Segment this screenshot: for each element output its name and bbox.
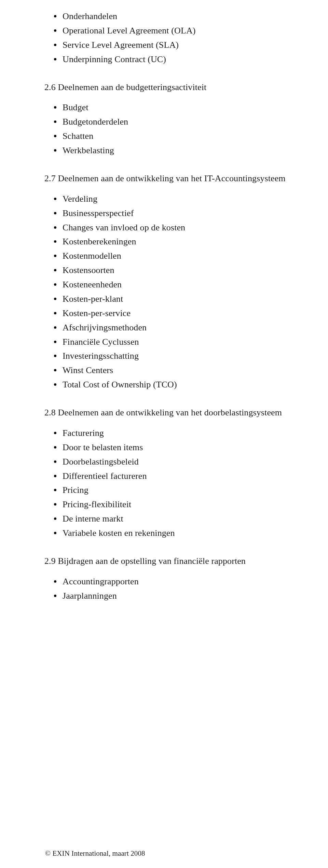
section: 2.6 Deelnemen aan de budgetteringsactivi… (44, 81, 297, 157)
bullet-icon (54, 383, 56, 386)
list-item-text: Businessperspectief (63, 207, 134, 219)
list-item-text: Verdeling (63, 193, 97, 205)
lead-bullet-list: OnderhandelenOperational Level Agreement… (44, 10, 297, 66)
lead_items-row: Onderhandelen (54, 10, 297, 23)
sections-container: 2.6 Deelnemen aan de budgetteringsactivi… (44, 81, 297, 602)
lead_items-row: Service Level Agreement (SLA) (54, 39, 297, 51)
bullet-icon (54, 503, 56, 506)
document-page: OnderhandelenOperational Level Agreement… (0, 0, 328, 868)
list-item: Investeringsschatting (54, 350, 297, 362)
list-item-text: Differentieel factureren (63, 470, 147, 482)
bullet-icon (54, 341, 56, 343)
list-item-text: Kosten-per-klant (63, 293, 123, 305)
section-heading: 2.7 Deelnemen aan de ontwikkeling van he… (44, 172, 297, 185)
list-item: Verdeling (54, 193, 297, 205)
section-bullet-list: BudgetBudgetonderdelenSchattenWerkbelast… (44, 101, 297, 157)
list-item-text: Afschrijvingsmethoden (63, 322, 147, 334)
list-item-text: Financiële Cyclussen (63, 336, 139, 348)
list-item: Changes van invloed op de kosten (54, 222, 297, 234)
bullet-icon (54, 226, 56, 229)
bullet-icon (54, 269, 56, 271)
bullet-icon (54, 580, 56, 583)
list-item: Kosten-per-klant (54, 293, 297, 305)
list-item-text: Pricing-flexibiliteit (63, 498, 131, 511)
list-item: Kosteneenheden (54, 279, 297, 291)
list-item-text: Kosteneenheden (63, 279, 122, 291)
bullet-icon (54, 369, 56, 371)
lead_items-text: Onderhandelen (63, 10, 117, 23)
list-item-text: Pricing (63, 484, 88, 496)
list-item: De interne markt (54, 513, 297, 525)
list-item: Doorbelastingsbeleid (54, 456, 297, 468)
bullet-icon (54, 532, 56, 534)
bullet-icon (54, 255, 56, 257)
list-item: Budgetonderdelen (54, 116, 297, 128)
list-item-text: Investeringsschatting (63, 350, 139, 362)
bullet-icon (54, 446, 56, 449)
section: 2.9 Bijdragen aan de opstelling van fina… (44, 555, 297, 602)
lead_items-row: Operational Level Agreement (OLA) (54, 25, 297, 37)
bullet-icon (54, 460, 56, 463)
lead_items-text: Service Level Agreement (SLA) (63, 39, 179, 51)
list-item-text: Winst Centers (63, 364, 113, 376)
list-item-text: Budget (63, 101, 88, 114)
section-heading: 2.8 Deelnemen aan de ontwikkeling van he… (44, 407, 297, 419)
bullet-icon (54, 29, 56, 32)
lead_items-text: Underpinning Contract (UC) (63, 53, 166, 66)
bullet-icon (54, 298, 56, 300)
bullet-icon (54, 44, 56, 46)
bullet-icon (54, 432, 56, 434)
bullet-icon (54, 58, 56, 60)
bullet-icon (54, 135, 56, 137)
list-item-text: Jaarplanningen (63, 590, 117, 602)
bullet-icon (54, 212, 56, 214)
bullet-icon (54, 595, 56, 597)
lead_items-text: Operational Level Agreement (OLA) (63, 25, 196, 37)
list-item: Werkbelasting (54, 144, 297, 157)
section: 2.8 Deelnemen aan de ontwikkeling van he… (44, 407, 297, 539)
section: 2.7 Deelnemen aan de ontwikkeling van he… (44, 172, 297, 391)
list-item-text: Facturering (63, 427, 104, 439)
list-item-text: Schatten (63, 130, 93, 142)
list-item: Door te belasten items (54, 441, 297, 454)
list-item: Differentieel factureren (54, 470, 297, 482)
list-item: Variabele kosten en rekeningen (54, 527, 297, 539)
bullet-icon (54, 106, 56, 109)
list-item: Afschrijvingsmethoden (54, 322, 297, 334)
list-item: Businessperspectief (54, 207, 297, 219)
list-item: Pricing-flexibiliteit (54, 498, 297, 511)
lead_items-row: Underpinning Contract (UC) (54, 53, 297, 66)
list-item-text: Total Cost of Ownership (TCO) (63, 379, 177, 391)
list-item: Kostensoorten (54, 264, 297, 276)
list-item: Winst Centers (54, 364, 297, 376)
list-item-text: Variabele kosten en rekeningen (63, 527, 175, 539)
section-heading: 2.6 Deelnemen aan de budgetteringsactivi… (44, 81, 297, 94)
bullet-icon (54, 240, 56, 243)
bullet-icon (54, 355, 56, 357)
list-item-text: Kostenmodellen (63, 250, 121, 262)
bullet-icon (54, 149, 56, 152)
list-item-text: Door te belasten items (63, 441, 143, 454)
list-item: Accountingrapporten (54, 575, 297, 588)
bullet-icon (54, 120, 56, 123)
section-heading: 2.9 Bijdragen aan de opstelling van fina… (44, 555, 297, 567)
list-item-text: Changes van invloed op de kosten (63, 222, 185, 234)
list-item: Schatten (54, 130, 297, 142)
section-bullet-list: AccountingrapportenJaarplanningen (44, 575, 297, 602)
list-item: Facturering (54, 427, 297, 439)
list-item-text: Doorbelastingsbeleid (63, 456, 139, 468)
list-item: Budget (54, 101, 297, 114)
list-item: Total Cost of Ownership (TCO) (54, 379, 297, 391)
list-item: Kostenberekeningen (54, 236, 297, 248)
bullet-icon (54, 475, 56, 477)
list-item-text: Werkbelasting (63, 144, 114, 157)
list-item-text: Budgetonderdelen (63, 116, 128, 128)
bullet-icon (54, 283, 56, 286)
list-item-text: Kostensoorten (63, 264, 114, 276)
list-item-text: Kostenberekeningen (63, 236, 136, 248)
bullet-icon (54, 198, 56, 200)
bullet-icon (54, 517, 56, 520)
bullet-icon (54, 326, 56, 329)
list-item-text: De interne markt (63, 513, 123, 525)
footer-text: © EXIN International, maart 2008 (45, 849, 145, 858)
